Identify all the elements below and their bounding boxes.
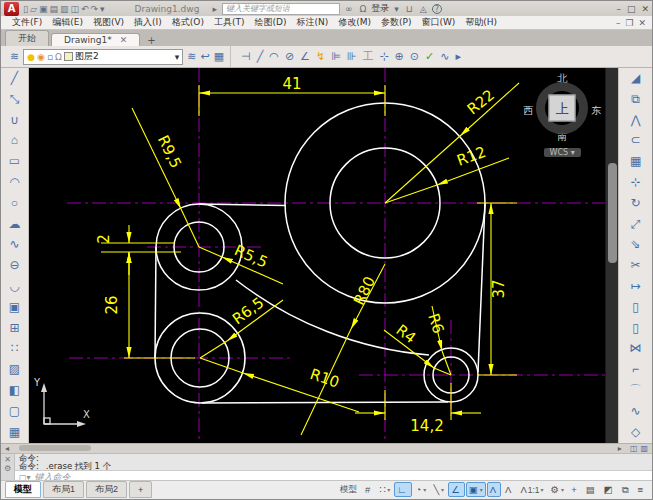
dim-r12-text[interactable]: R12 xyxy=(454,142,488,169)
copy-tool[interactable]: ⧉ xyxy=(624,88,648,109)
ellipse-tool[interactable]: ⊖ xyxy=(2,255,26,276)
dim-2-text[interactable]: 2 xyxy=(95,234,113,244)
layer-select-caret-icon[interactable]: ▾ xyxy=(175,52,180,62)
performance-icon[interactable]: ▥ xyxy=(640,444,648,453)
toolbar-overflow-button[interactable]: ▸ xyxy=(453,50,463,63)
menu-item[interactable]: 标注(N) xyxy=(291,16,333,29)
annotation-monitor-button[interactable]: + xyxy=(568,482,582,497)
menu-item[interactable]: 编辑(E) xyxy=(47,16,88,29)
hatch-tool[interactable]: ▨ xyxy=(2,359,26,380)
dim-jogged-button[interactable]: ∿ xyxy=(438,50,451,63)
dim-aligned-button[interactable]: ╱ xyxy=(255,50,266,63)
dim-r10-leader-inner[interactable] xyxy=(200,358,243,373)
dim-break-button[interactable]: ⊹ xyxy=(377,50,390,63)
menu-item[interactable]: 绘图(D) xyxy=(249,16,291,29)
layer-previous-button[interactable]: ↩ xyxy=(198,50,211,63)
polygon-tool[interactable]: ⌂ xyxy=(2,130,26,151)
dim-r22-text[interactable]: R22 xyxy=(464,86,498,119)
user-icon[interactable]: Ω xyxy=(357,4,368,14)
extend-tool[interactable]: ↦ xyxy=(624,276,648,297)
menu-item[interactable]: 文件(F) xyxy=(7,16,47,29)
signin-button[interactable]: 登录 xyxy=(371,2,389,15)
dim-baseline-button[interactable]: ⊫ xyxy=(329,50,343,63)
layout2-tab[interactable]: 布局2 xyxy=(86,481,127,498)
undo-button[interactable]: ↶ xyxy=(80,4,90,14)
hscroll-right-arrow[interactable]: ▸ xyxy=(614,444,626,453)
quick-dimension-button[interactable]: ↯ xyxy=(314,50,327,63)
dim-linear-button[interactable]: ⊣ xyxy=(239,50,253,63)
layer-on-icon[interactable]: ● xyxy=(27,52,35,62)
maximize-button[interactable]: □ xyxy=(627,4,636,14)
dim-r6-text[interactable]: R6 xyxy=(424,311,447,336)
rectangle-tool[interactable]: ▭ xyxy=(2,151,26,172)
dim-r9-5-text[interactable]: R9,5 xyxy=(154,132,185,171)
dim-r10-text[interactable]: R10 xyxy=(308,365,342,392)
layer-lock-icon[interactable]: Ω xyxy=(55,52,62,62)
arc-tool[interactable]: ◠ xyxy=(2,172,26,193)
new-tab-button[interactable]: + xyxy=(142,35,160,46)
make-object-layer-current-button[interactable]: ≋ xyxy=(185,50,198,63)
layer-select[interactable]: ● ◉ ▫ Ω 图层2 ▾ xyxy=(23,49,183,65)
erase-tool[interactable]: ◢ xyxy=(624,68,648,89)
customize-quick-access-button[interactable]: ▾ xyxy=(99,4,106,14)
spline-tool[interactable]: ∿ xyxy=(2,234,26,255)
grid-toggle[interactable]: # xyxy=(362,482,375,497)
viewcube[interactable]: 北 上 西 东 南 WCS ▾ xyxy=(527,72,597,157)
table-tool[interactable]: ▦ xyxy=(2,421,26,442)
open-button[interactable]: ▱ xyxy=(29,4,38,14)
redo-button[interactable]: ↷ xyxy=(89,4,99,14)
isometric-toggle[interactable]: ╲▾ xyxy=(430,482,447,497)
doc-restore-button[interactable]: ❐ xyxy=(625,18,633,28)
quick-properties-toggle[interactable]: ▤ xyxy=(583,482,600,497)
menu-item[interactable]: 帮助(H) xyxy=(460,16,502,29)
layout1-tab[interactable]: 布局1 xyxy=(43,481,84,498)
dim-update-button[interactable]: ✓ xyxy=(423,50,436,63)
menu-item[interactable]: 格式(O) xyxy=(167,16,209,29)
help-icon[interactable]: ? xyxy=(432,4,442,14)
blend-curves-tool[interactable]: ∿ xyxy=(624,400,648,421)
app-logo-icon[interactable]: A xyxy=(4,2,19,16)
sheet-set-button[interactable]: ◫ xyxy=(69,4,80,14)
customization-button[interactable]: ≡ xyxy=(634,482,648,497)
dim-37-text[interactable]: 37 xyxy=(490,279,508,298)
dim-r22-leader-inner[interactable] xyxy=(385,136,460,203)
minimize-button[interactable]: – xyxy=(616,4,621,14)
scale-tool[interactable]: ⤢ xyxy=(624,213,648,234)
tab-start[interactable]: 开始 xyxy=(5,30,49,46)
menu-item[interactable]: 参数(P) xyxy=(376,16,416,29)
layer-states-button[interactable]: ▦ xyxy=(212,50,226,63)
fillet-tool[interactable]: ⌒ xyxy=(624,380,648,401)
wcs-dropdown[interactable]: WCS ▾ xyxy=(544,148,581,157)
command-window-grip[interactable]: ✕ ⚙ xyxy=(1,454,15,480)
menu-item[interactable]: 视图(V) xyxy=(88,16,129,29)
dim-spacing-button[interactable]: 工 xyxy=(360,49,375,64)
tab-drawing1[interactable]: Drawing1* ✕ xyxy=(51,33,140,46)
offset-tool[interactable]: ⊂ xyxy=(624,130,648,151)
tab-close-icon[interactable]: ✕ xyxy=(120,35,128,45)
ortho-toggle[interactable]: ∟ xyxy=(394,482,411,497)
dim-angular-button[interactable]: ∠ xyxy=(298,50,312,63)
hscroll-track[interactable] xyxy=(13,444,614,452)
menu-item[interactable]: 工具(T) xyxy=(209,16,250,29)
vertical-scrollbar[interactable] xyxy=(605,68,618,443)
region-tool[interactable]: ▢ xyxy=(2,400,26,421)
new-drawing-button[interactable]: ▯ xyxy=(22,4,29,14)
hscroll-left-arrow[interactable]: ◂ xyxy=(1,444,13,453)
viewcube-ring[interactable]: 上 xyxy=(536,82,588,134)
layer-properties-button[interactable]: ≋ xyxy=(8,50,21,63)
annotation-visibility-toggle[interactable]: Λ xyxy=(487,482,501,497)
ucs-icon[interactable]: Y X xyxy=(33,377,90,427)
menu-item[interactable]: 插入(I) xyxy=(129,16,167,29)
new-layout-tab[interactable]: + xyxy=(129,481,152,498)
revision-cloud-tool[interactable]: ☁ xyxy=(2,213,26,234)
search-expand-icon[interactable]: ▸ xyxy=(210,4,219,14)
command-tools-icon[interactable]: ⚙ xyxy=(4,464,11,473)
snap-toggle[interactable]: ∷▾ xyxy=(376,482,393,497)
dim-arc-length-button[interactable]: ◠ xyxy=(267,50,281,63)
horizontal-scrollbar[interactable]: ◂ ▸ ◫ ▥ xyxy=(1,443,652,453)
viewcube-west-label[interactable]: 西 xyxy=(523,104,533,118)
break-tool[interactable]: ▯ xyxy=(624,317,648,338)
dim-diameter-button[interactable]: ⊘ xyxy=(283,50,296,63)
isolate-objects-button[interactable]: ◩ xyxy=(601,482,618,497)
plot-button[interactable]: ▥ xyxy=(59,4,70,14)
